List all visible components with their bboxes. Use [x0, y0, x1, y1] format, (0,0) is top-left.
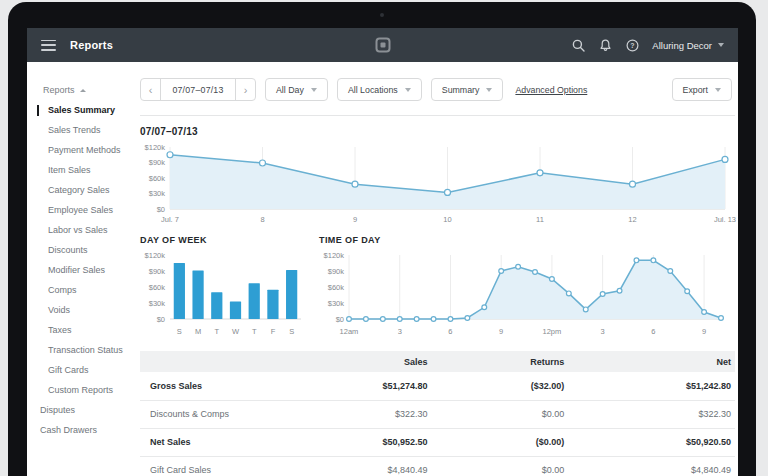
app-screen: Reports ? Alluring Decor — [27, 28, 738, 476]
column-header-sales: Sales — [330, 351, 431, 372]
svg-text:8: 8 — [260, 215, 264, 224]
chevron-right-icon[interactable]: › — [235, 79, 255, 100]
sidebar-item-label: Disputes — [40, 405, 75, 415]
time-of-day-chart: TIME OF DAY $120k$90k$60k$30k$012am36912… — [319, 235, 731, 337]
sidebar-item-label: Cash Drawers — [40, 425, 97, 435]
chevron-down-icon — [718, 43, 724, 47]
cell-returns: ($0.00) — [432, 428, 569, 456]
sidebar-item-label: Comps — [48, 285, 77, 295]
square-logo-icon — [375, 38, 390, 53]
main-sales-chart: $120k$90k$60k$30k$0Jul. 789101112Jul. 13 — [140, 141, 735, 225]
dropdown-label: Summary — [442, 85, 480, 95]
svg-text:$60k: $60k — [149, 283, 166, 292]
svg-text:M: M — [195, 327, 201, 336]
sidebar-item-custom-reports[interactable]: Custom Reports — [27, 380, 135, 400]
laptop-frame: Reports ? Alluring Decor — [8, 2, 756, 476]
sidebar-item-labor-vs-sales[interactable]: Labor vs Sales — [27, 220, 135, 240]
sidebar-item-cash-drawers[interactable]: Cash Drawers — [27, 420, 135, 440]
cell-sales: $322.30 — [330, 400, 431, 428]
dropdown-label: All Day — [276, 85, 304, 95]
svg-text:9: 9 — [499, 327, 503, 336]
page-title: Reports — [70, 39, 113, 51]
sidebar-item-taxes[interactable]: Taxes — [27, 320, 135, 340]
search-icon[interactable] — [571, 38, 585, 52]
caret-up-icon — [80, 89, 86, 92]
sidebar-item-transaction-status[interactable]: Transaction Status — [27, 340, 135, 360]
svg-text:6: 6 — [448, 327, 452, 336]
sidebar-item-label: Taxes — [48, 325, 72, 335]
day-of-week-title: DAY OF WEEK — [140, 235, 305, 245]
sidebar-item-category-sales[interactable]: Category Sales — [27, 180, 135, 200]
sidebar-item-label: Category Sales — [48, 185, 110, 195]
sidebar-item-comps[interactable]: Comps — [27, 280, 135, 300]
help-icon[interactable]: ? — [625, 38, 639, 52]
export-button[interactable]: Export — [672, 78, 732, 101]
column-header-net: Net — [568, 351, 735, 372]
row-label: Gift Card Sales — [140, 456, 330, 476]
cell-returns: $0.00 — [432, 456, 569, 476]
bell-icon[interactable] — [598, 38, 612, 52]
sidebar-section-reports[interactable]: Reports — [27, 80, 135, 100]
svg-text:S: S — [177, 327, 182, 336]
sidebar-item-disputes[interactable]: Disputes — [27, 400, 135, 420]
sidebar-item-gift-cards[interactable]: Gift Cards — [27, 360, 135, 380]
camera-dot — [380, 13, 384, 17]
svg-text:$30k: $30k — [328, 299, 345, 308]
account-menu[interactable]: Alluring Decor — [652, 40, 724, 51]
svg-text:$30k: $30k — [149, 299, 166, 308]
svg-text:$90k: $90k — [149, 158, 166, 167]
svg-text:W: W — [232, 327, 240, 336]
sidebar-item-employee-sales[interactable]: Employee Sales — [27, 200, 135, 220]
sidebar-item-label: Gift Cards — [48, 365, 89, 375]
report-toolbar: ‹ 07/07–07/13 › All DayAll LocationsSumm… — [140, 78, 735, 101]
svg-text:S: S — [289, 327, 294, 336]
sidebar: Reports Sales SummarySales TrendsPayment… — [27, 62, 135, 476]
table-row-gift-card-sales: Gift Card Sales$4,840.49$0.00$4,840.49 — [140, 456, 735, 476]
sidebar-item-modifier-sales[interactable]: Modifier Sales — [27, 260, 135, 280]
svg-text:$120k: $120k — [324, 251, 345, 260]
sidebar-item-label: Voids — [48, 305, 70, 315]
row-label: Gross Sales — [140, 372, 330, 400]
chevron-left-icon[interactable]: ‹ — [141, 79, 161, 100]
chevron-down-icon — [715, 88, 721, 92]
date-range-value[interactable]: 07/07–07/13 — [161, 85, 235, 95]
chevron-down-icon — [311, 88, 317, 92]
sidebar-item-payment-methods[interactable]: Payment Methods — [27, 140, 135, 160]
time-of-day-title: TIME OF DAY — [319, 235, 731, 245]
svg-text:T: T — [214, 327, 219, 336]
cell-returns: ($32.00) — [432, 372, 569, 400]
sidebar-item-discounts[interactable]: Discounts — [27, 240, 135, 260]
cell-net: $51,242.80 — [568, 372, 735, 400]
svg-text:$120k: $120k — [145, 251, 166, 260]
svg-text:11: 11 — [536, 215, 544, 224]
top-app-bar: Reports ? Alluring Decor — [27, 28, 738, 62]
svg-text:$120k: $120k — [145, 143, 166, 152]
sidebar-item-sales-summary[interactable]: Sales Summary — [27, 100, 135, 120]
svg-text:?: ? — [630, 42, 634, 49]
svg-text:Jul. 13: Jul. 13 — [714, 215, 736, 224]
svg-text:T: T — [252, 327, 257, 336]
svg-text:$60k: $60k — [149, 174, 166, 183]
svg-text:9: 9 — [353, 215, 357, 224]
filter-dropdown-all-day[interactable]: All Day — [265, 78, 328, 101]
filter-dropdown-summary[interactable]: Summary — [431, 78, 504, 101]
sidebar-item-sales-trends[interactable]: Sales Trends — [27, 120, 135, 140]
table-row-gross-sales: Gross Sales$51,274.80($32.00)$51,242.80 — [140, 372, 735, 400]
svg-text:12pm: 12pm — [543, 327, 562, 336]
filter-dropdown-all-locations[interactable]: All Locations — [337, 78, 422, 101]
row-label: Net Sales — [140, 428, 330, 456]
sidebar-item-label: Labor vs Sales — [48, 225, 108, 235]
table-row-net-sales: Net Sales$50,952.50($0.00)$50,920.50 — [140, 428, 735, 456]
day-of-week-chart: DAY OF WEEK $120k$90k$60k$30k$0SMTWTFS — [140, 235, 305, 337]
cell-net: $50,920.50 — [568, 428, 735, 456]
sidebar-item-item-sales[interactable]: Item Sales — [27, 160, 135, 180]
hamburger-icon[interactable] — [41, 40, 56, 51]
cell-net: $4,840.49 — [568, 456, 735, 476]
dropdown-label: All Locations — [348, 85, 398, 95]
svg-text:Jul. 7: Jul. 7 — [161, 215, 179, 224]
svg-text:10: 10 — [443, 215, 451, 224]
sidebar-item-voids[interactable]: Voids — [27, 300, 135, 320]
advanced-options-link[interactable]: Advanced Options — [515, 85, 587, 95]
svg-text:3: 3 — [398, 327, 402, 336]
sidebar-section-label: Reports — [43, 85, 75, 95]
